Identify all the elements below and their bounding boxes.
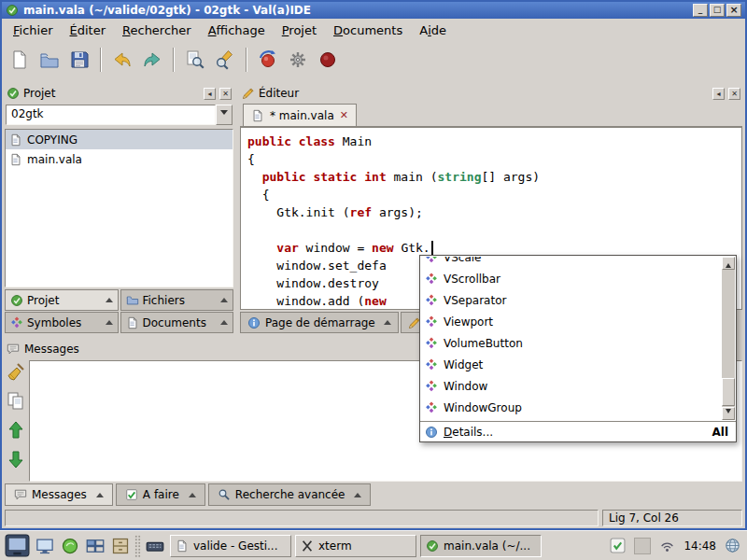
menu-rechercher[interactable]: Rechercher: [114, 21, 200, 40]
clear-button[interactable]: [6, 362, 26, 383]
titlebar[interactable]: main.vala (~/valide/02gtk) - 02gtk - Val…: [2, 2, 745, 19]
pencil-icon: [242, 87, 255, 100]
launcher-monitor[interactable]: [34, 534, 56, 558]
copy-button[interactable]: [6, 391, 26, 412]
launcher-drawer[interactable]: [109, 534, 132, 558]
info-icon: [425, 426, 438, 439]
tab-projet[interactable]: Projet: [5, 289, 119, 311]
details-label[interactable]: Details...: [444, 426, 493, 439]
menu-aide[interactable]: Aide: [411, 21, 455, 40]
tab-a-faire[interactable]: A faire: [116, 483, 205, 506]
arrow-up-icon: [6, 420, 26, 441]
editor-tab-main-vala[interactable]: * main.vala: [243, 104, 357, 126]
save-button[interactable]: [65, 46, 93, 74]
valide-icon: [426, 539, 439, 553]
completion-scrollbar[interactable]: [722, 257, 735, 420]
close-button[interactable]: [726, 4, 741, 17]
completion-item-vseparator[interactable]: VSeparator: [421, 289, 721, 311]
project-combobox[interactable]: 02gtk: [6, 105, 233, 125]
network-icon[interactable]: [659, 538, 675, 553]
next-button[interactable]: [6, 449, 26, 469]
clock[interactable]: 14:48: [684, 539, 716, 553]
completion-item-widget[interactable]: Widget: [421, 354, 721, 375]
completion-item-windowgroup[interactable]: WindowGroup: [421, 397, 721, 418]
run-button[interactable]: [254, 46, 282, 74]
globe-icon[interactable]: [725, 538, 740, 553]
completion-popup: VScaleVScrollbarVSeparatorViewportVolume…: [419, 255, 737, 442]
tab-messages[interactable]: Messages: [5, 483, 113, 506]
widget-icon: [425, 257, 438, 264]
task-button-xterm[interactable]: xterm: [295, 535, 416, 557]
replace-button[interactable]: [211, 46, 239, 74]
launcher-keyboard[interactable]: [144, 534, 166, 558]
completion-item-viewport[interactable]: Viewport: [421, 311, 721, 332]
file-item-main-vala[interactable]: main.vala: [6, 149, 233, 169]
tab-symboles[interactable]: Symboles: [5, 312, 119, 333]
drawer-icon: [111, 537, 130, 555]
panel-detach-button[interactable]: [712, 88, 725, 100]
task-button-mainvala[interactable]: main.vala (~/...: [420, 535, 542, 557]
panel-close-button[interactable]: [728, 88, 740, 100]
redo-button[interactable]: [138, 46, 166, 74]
menu-documents[interactable]: Documents: [325, 21, 411, 40]
settings-button[interactable]: [284, 46, 312, 74]
collapse-arrow-icon: [189, 489, 196, 497]
collapse-arrow-icon: [220, 294, 228, 302]
combo-dropdown-button[interactable]: [216, 105, 233, 125]
center-tab-row: Page de démarrage: [240, 312, 444, 333]
completion-list: VScaleVScrollbarVSeparatorViewportVolume…: [421, 257, 721, 420]
taskbar-launchers: [3, 534, 166, 558]
launcher-menu[interactable]: [3, 534, 31, 558]
widget-icon: [425, 294, 438, 307]
window-title: main.vala (~/valide/02gtk) - 02gtk - Val…: [23, 4, 688, 17]
editor-tabbar: * main.vala: [240, 103, 742, 127]
panel-close-button[interactable]: [219, 88, 232, 100]
panel-handle[interactable]: [134, 535, 141, 557]
launcher-green-app[interactable]: [59, 534, 81, 558]
tab-page-de-demarrage[interactable]: Page de démarrage: [240, 312, 399, 333]
project-panel-title: Projet: [23, 87, 55, 100]
file-name: COPYING: [27, 133, 78, 147]
panel-detach-button[interactable]: [204, 88, 216, 100]
menu-fichier[interactable]: Fichier: [5, 21, 62, 40]
chevron-down-icon: [726, 409, 731, 418]
launcher-pager[interactable]: [84, 534, 106, 558]
completion-item-volumebutton[interactable]: VolumeButton: [421, 332, 721, 354]
completion-details-row[interactable]: Details... All: [420, 421, 736, 441]
menu-projet[interactable]: Projet: [274, 21, 325, 40]
maximize-button[interactable]: [710, 4, 725, 17]
undo-icon: [112, 49, 133, 70]
undo-button[interactable]: [108, 46, 136, 74]
collapse-arrow-icon: [384, 316, 391, 325]
find-button[interactable]: [181, 46, 209, 74]
new-button[interactable]: [6, 46, 34, 74]
tab-close-icon[interactable]: [340, 109, 348, 121]
open-icon: [39, 49, 60, 70]
minimize-button[interactable]: [693, 4, 708, 17]
tab-recherche-avancee[interactable]: Recherche avancée: [208, 483, 372, 506]
tab-documents[interactable]: Documents: [120, 312, 234, 333]
stop-button[interactable]: [314, 46, 342, 74]
side-tab-row-2: Symboles Documents: [5, 312, 233, 333]
menu-affichage[interactable]: Affichage: [200, 21, 274, 40]
scroll-down-button[interactable]: [722, 407, 735, 420]
completion-item-window[interactable]: Window: [421, 375, 721, 397]
task-button-validegesti[interactable]: valide - Gesti...: [170, 535, 291, 557]
stop-icon: [317, 49, 338, 70]
valide-tray-icon[interactable]: [610, 538, 626, 553]
open-button[interactable]: [35, 46, 63, 74]
document-icon: [126, 316, 139, 329]
menubar: FichierÉditerRechercherAffichageProjetDo…: [2, 19, 745, 42]
completion-item-vscale[interactable]: VScale: [421, 257, 721, 268]
scroll-up-button[interactable]: [722, 257, 735, 270]
file-item-copying[interactable]: COPYING: [6, 130, 233, 149]
widget-icon: [425, 358, 438, 371]
completion-item-vscrollbar[interactable]: VScrollbar: [421, 268, 721, 289]
scrollbar-thumb[interactable]: [722, 378, 735, 406]
menu-editer[interactable]: Éditer: [62, 21, 115, 40]
taskbar: valide - Gesti...xtermmain.vala (~/... 1…: [0, 530, 747, 560]
project-panel: Projet 02gtk COPYINGmain.vala: [5, 84, 233, 287]
previous-button[interactable]: [6, 420, 26, 441]
desktop: main.vala (~/valide/02gtk) - 02gtk - Val…: [0, 0, 747, 560]
tab-fichiers[interactable]: Fichiers: [120, 289, 234, 311]
